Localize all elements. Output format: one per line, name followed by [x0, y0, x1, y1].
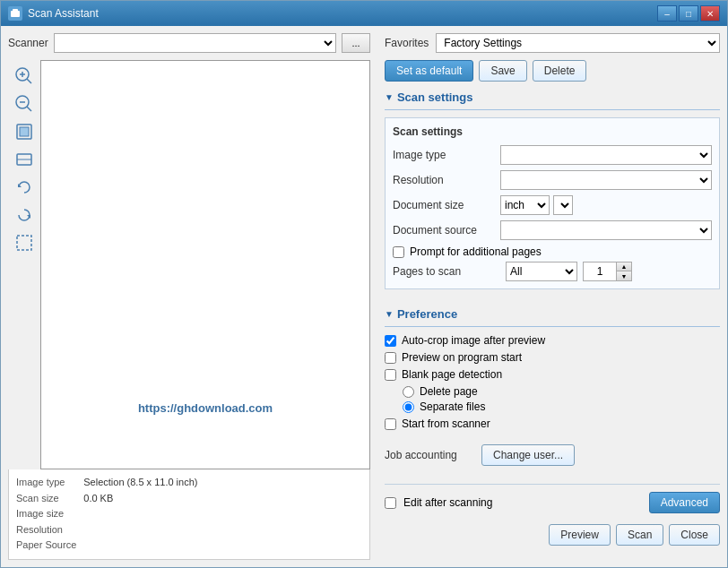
zoom-out-button[interactable]	[11, 91, 38, 116]
delete-page-label: Delete page	[420, 385, 478, 398]
svg-rect-10	[20, 127, 29, 136]
status-labels: Image type Scan size Image size Resoluti…	[16, 475, 76, 554]
rotate-icon	[14, 177, 34, 197]
pages-dropdown[interactable]: All	[506, 262, 577, 281]
scan-size-value: Selection (8.5 x 11.0 inch)	[83, 475, 197, 491]
zoom-in-button[interactable]	[11, 64, 38, 89]
pages-number-input[interactable]	[584, 262, 616, 280]
start-scanner-checkbox[interactable]	[385, 418, 396, 430]
svg-rect-15	[17, 236, 31, 250]
status-values: Selection (8.5 x 11.0 inch) 0.0 KB	[83, 475, 197, 554]
preview-start-checkbox[interactable]	[385, 352, 396, 364]
close-window-button[interactable]: ✕	[700, 5, 720, 22]
set-default-button[interactable]: Set as default	[385, 60, 473, 82]
advanced-button[interactable]: Advanced	[649, 492, 720, 513]
separate-files-radio[interactable]	[403, 401, 414, 413]
pages-to-scan-row: Pages to scan All ▲ ▼	[393, 262, 712, 281]
pages-to-scan-label: Pages to scan	[393, 265, 500, 278]
bottom-row: Edit after scanning Advanced	[385, 484, 720, 513]
main-window: Scan Assistant – □ ✕ Scanner ...	[0, 0, 728, 568]
job-accounting-row: Job accounting Change user...	[385, 437, 720, 466]
scanner-row: Scanner ...	[8, 33, 370, 53]
scanner-label: Scanner	[8, 37, 48, 49]
fit-page-button[interactable]	[11, 119, 38, 144]
rotate-button[interactable]	[11, 175, 38, 200]
preview-button[interactable]: Preview	[549, 524, 611, 546]
unit-select[interactable]: inch	[500, 195, 550, 215]
spin-up-button[interactable]: ▲	[617, 262, 631, 271]
edit-after-label: Edit after scanning	[403, 496, 492, 509]
svg-rect-0	[11, 11, 20, 17]
pages-spinner: ▲ ▼	[583, 262, 632, 281]
prompt-label: Prompt for additional pages	[410, 245, 542, 258]
size-select[interactable]	[553, 195, 573, 215]
svg-rect-1	[13, 9, 18, 12]
prompt-row: Prompt for additional pages	[393, 245, 712, 258]
image-type-select[interactable]	[500, 145, 712, 165]
paper-source-label: Paper Source	[16, 538, 76, 554]
preference-section: ▼ Preference Auto-crop image after previ…	[385, 307, 720, 466]
document-source-select[interactable]	[500, 220, 712, 240]
restore-button[interactable]: □	[679, 5, 698, 22]
image-type-label: Image type	[393, 149, 500, 161]
scan-button[interactable]: Scan	[616, 524, 663, 546]
resolution-label: Resolution	[16, 522, 76, 538]
favorites-label: Favorites	[385, 37, 429, 49]
fit-width-icon	[14, 150, 34, 169]
resolution-select[interactable]	[500, 170, 712, 190]
scan-settings-title: Scan settings	[397, 90, 473, 104]
action-buttons: Set as default Save Delete	[385, 60, 720, 82]
zoom-in-icon	[14, 66, 34, 86]
auto-crop-row: Auto-crop image after preview	[385, 334, 720, 347]
spinner-arrows: ▲ ▼	[616, 262, 631, 280]
image-type-row: Image type	[393, 145, 712, 165]
spin-down-button[interactable]: ▼	[617, 271, 631, 280]
prompt-checkbox[interactable]	[393, 246, 404, 258]
delete-page-row: Delete page	[403, 385, 720, 398]
right-panel: Favorites Factory Settings Set as defaul…	[377, 26, 727, 567]
fit-width-button[interactable]	[11, 147, 38, 172]
favorites-dropdown[interactable]: Factory Settings	[436, 33, 720, 53]
save-button[interactable]: Save	[479, 60, 526, 82]
change-user-button[interactable]: Change user...	[481, 444, 575, 466]
flip-icon	[14, 205, 34, 225]
separate-files-label: Separate files	[420, 400, 485, 413]
doc-size-controls: inch	[500, 195, 573, 215]
selection-button[interactable]	[11, 230, 38, 255]
preview-canvas: https://ghdownload.com	[40, 60, 370, 469]
scanner-browse-button[interactable]: ...	[342, 33, 370, 53]
blank-detection-row: Blank page detection	[385, 368, 720, 381]
preview-start-row: Preview on program start	[385, 351, 720, 364]
delete-button[interactable]: Delete	[533, 60, 587, 82]
image-size-value: 0.0 KB	[83, 491, 197, 507]
scan-settings-arrow: ▼	[385, 92, 394, 102]
edit-after-checkbox[interactable]	[385, 497, 396, 509]
document-source-row: Document source	[393, 220, 712, 240]
favorites-row: Favorites Factory Settings	[385, 33, 720, 53]
watermark: https://ghdownload.com	[41, 401, 369, 415]
final-buttons: Preview Scan Close	[385, 521, 720, 546]
close-button[interactable]: Close	[669, 524, 720, 546]
window-title: Scan Assistant	[28, 7, 99, 20]
settings-group-title: Scan settings	[393, 125, 712, 138]
scan-settings-group: Scan settings Image type Resolution	[385, 117, 720, 289]
document-size-row: Document size inch	[393, 195, 712, 215]
flip-button[interactable]	[11, 202, 38, 228]
titlebar: Scan Assistant – □ ✕	[1, 1, 727, 26]
blank-detection-checkbox[interactable]	[385, 369, 396, 381]
job-accounting-label: Job accounting	[385, 449, 474, 461]
app-icon	[8, 6, 22, 21]
selection-icon	[14, 233, 34, 253]
scanner-dropdown[interactable]	[54, 33, 336, 53]
main-content: Scanner ...	[1, 26, 727, 567]
delete-page-radio[interactable]	[403, 386, 414, 398]
scan-settings-section: ▼ Scan settings Scan settings Image type	[385, 90, 720, 289]
bottom-buttons: Advanced	[499, 492, 720, 513]
start-scanner-row: Start from scanner	[385, 417, 720, 430]
minimize-button[interactable]: –	[657, 5, 677, 22]
left-panel: Scanner ...	[1, 26, 377, 567]
preference-divider	[385, 326, 720, 327]
auto-crop-checkbox[interactable]	[385, 335, 396, 347]
image-type-label: Image type	[16, 475, 76, 491]
fit-page-icon	[14, 122, 34, 142]
